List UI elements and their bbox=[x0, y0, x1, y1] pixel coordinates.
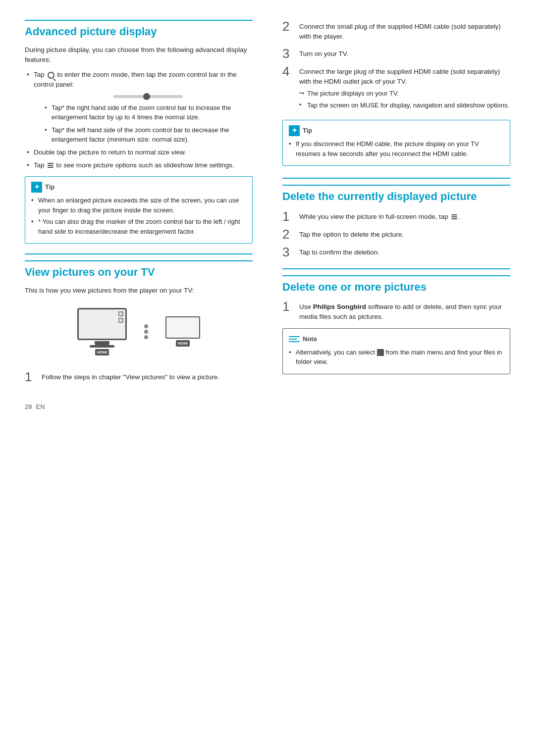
tip-list-tv: If you disconnect the HDMI cable, the pi… bbox=[289, 139, 504, 158]
player-device: HDMI bbox=[165, 316, 200, 347]
step-text-4: Connect the large plug of the supplied H… bbox=[299, 65, 510, 112]
tip-label: Tip bbox=[45, 182, 54, 192]
step-num-2: 2 bbox=[282, 20, 293, 33]
delete-multiple-steps: 1 Use Philips Songbird software to add o… bbox=[282, 300, 510, 322]
note-box-delete-multiple: Note Alternatively, you can select from … bbox=[282, 328, 510, 374]
tip-box-advanced: ✦ Tip When an enlarged picture exceeds t… bbox=[25, 176, 253, 244]
section-divider-2 bbox=[282, 178, 510, 179]
step-text-delm-1: Use Philips Songbird software to add or … bbox=[299, 300, 510, 322]
page-layout: Advanced picture display During picture … bbox=[25, 20, 510, 388]
cable-dot-1 bbox=[144, 324, 148, 328]
step-1-tv: 1 Follow the steps in chapter "View pict… bbox=[25, 370, 253, 383]
note-label: Note bbox=[303, 334, 317, 344]
player-box bbox=[165, 316, 200, 339]
cable-dot-2 bbox=[144, 330, 148, 334]
tip-header-advanced: ✦ Tip bbox=[31, 182, 246, 193]
tip-star-icon-tv: ✦ bbox=[289, 125, 300, 136]
note-header: Note bbox=[289, 334, 504, 345]
list-item-double-tap: Double tap the picture to return to norm… bbox=[25, 148, 253, 157]
section-title-advanced: Advanced picture display bbox=[25, 20, 253, 39]
section-advanced-picture-display: Advanced picture display During picture … bbox=[25, 20, 253, 244]
tv-steps-continued: 2 Connect the small plug of the supplied… bbox=[282, 20, 510, 112]
step4-sub-item-2: Tap the screen on MUSE for display, navi… bbox=[299, 101, 510, 110]
sub-list-zoom: Tap* the right hand side of the zoom con… bbox=[34, 103, 253, 145]
page-number: 28 bbox=[25, 403, 32, 410]
cable-dot-3 bbox=[144, 335, 148, 339]
step-num-del-3: 3 bbox=[282, 246, 293, 258]
zoom-bar-handle bbox=[143, 93, 150, 100]
step-1-delete-multiple: 1 Use Philips Songbird software to add o… bbox=[282, 300, 510, 322]
tip-box-tv: ✦ Tip If you disconnect the HDMI cable, … bbox=[282, 120, 510, 166]
tv-stand bbox=[95, 341, 109, 345]
note-item-1: Alternatively, you can select from the m… bbox=[289, 348, 504, 367]
cable-connectors bbox=[144, 324, 148, 339]
step-text-1: Follow the steps in chapter "View pictur… bbox=[42, 370, 219, 382]
step-text-2: Connect the small plug of the supplied H… bbox=[299, 20, 510, 42]
tip-item-1: When an enlarged picture exceeds the siz… bbox=[31, 196, 246, 215]
step-num-3: 3 bbox=[282, 47, 293, 60]
tv-base bbox=[90, 345, 114, 348]
tip-label-tv: Tip bbox=[303, 126, 312, 136]
step-num-del-1: 1 bbox=[282, 210, 293, 223]
section-title-tv: View pictures on your TV bbox=[25, 260, 253, 280]
page-footer: 28 EN bbox=[25, 403, 510, 410]
hdmi-label-tv: HDMI bbox=[95, 349, 109, 355]
tv-set: □ □ HDMI bbox=[77, 308, 127, 355]
step-num-1: 1 bbox=[25, 370, 36, 383]
step4-sub-item-1: The picture displays on your TV. bbox=[299, 89, 510, 99]
step4-sub-list: The picture displays on your TV. Tap the… bbox=[299, 89, 510, 110]
section-divider-1 bbox=[25, 253, 253, 254]
step-1-delete: 1 While you view the picture in full-scr… bbox=[282, 210, 510, 223]
sub-item-zoom-decrease: Tap* the left hand side of the zoom cont… bbox=[44, 125, 253, 145]
note-line-2 bbox=[289, 339, 297, 340]
step-4-tv: 4 Connect the large plug of the supplied… bbox=[282, 65, 510, 112]
tip-item-tv-1: If you disconnect the HDMI cable, the pi… bbox=[289, 139, 504, 158]
step4-main-text: Connect the large plug of the supplied H… bbox=[299, 68, 500, 85]
note-lines-icon bbox=[289, 334, 300, 345]
language-code: EN bbox=[36, 403, 45, 410]
step-3-tv: 3 Turn on your TV. bbox=[282, 47, 510, 60]
note-line-3 bbox=[289, 341, 300, 342]
note-line-1 bbox=[289, 336, 300, 337]
section-delete-current: Delete the currently displayed picture 1… bbox=[282, 185, 510, 258]
left-column: Advanced picture display During picture … bbox=[25, 20, 258, 388]
section-title-delete-multiple: Delete one or more pictures bbox=[282, 275, 510, 295]
zoom-bar-illustration bbox=[44, 95, 253, 98]
step-text-del-3: Tap to confirm the deletion. bbox=[299, 246, 379, 257]
step-text-del-1: While you view the picture in full-scree… bbox=[299, 210, 460, 222]
step-text-3: Turn on your TV. bbox=[299, 47, 348, 59]
list-item-menu-options: Tap to see more picture options such as … bbox=[25, 160, 253, 170]
zoom-icon bbox=[48, 72, 54, 79]
folder-icon bbox=[377, 349, 384, 356]
tip-list-advanced: When an enlarged picture exceeds the siz… bbox=[31, 196, 246, 236]
hdmi-label-player: HDMI bbox=[176, 340, 190, 347]
note-list: Alternatively, you can select from the m… bbox=[289, 348, 504, 367]
step-2-delete: 2 Tap the option to delete the picture. bbox=[282, 228, 510, 241]
zoom-bar bbox=[113, 95, 183, 98]
sub-item-zoom-increase: Tap* the right hand side of the zoom con… bbox=[44, 103, 253, 122]
step-num-4: 4 bbox=[282, 65, 293, 78]
main-list-advanced: Tap to enter the zoom mode, then tap the… bbox=[25, 70, 253, 170]
step-2-tv: 2 Connect the small plug of the supplied… bbox=[282, 20, 510, 42]
step-num-delm-1: 1 bbox=[282, 300, 293, 313]
list-item-zoom: Tap to enter the zoom mode, then tap the… bbox=[25, 70, 253, 145]
tip-item-2: * You can also drag the marker of the zo… bbox=[31, 217, 246, 236]
intro-text-tv: This is how you view pictures from the p… bbox=[25, 286, 253, 296]
section-title-delete-current: Delete the currently displayed picture bbox=[282, 185, 510, 204]
tv-steps: 1 Follow the steps in chapter "View pict… bbox=[25, 370, 253, 383]
step-num-del-2: 2 bbox=[282, 228, 293, 241]
menu-icon bbox=[48, 163, 54, 168]
step-text-del-2: Tap the option to delete the picture. bbox=[299, 228, 404, 240]
step-3-delete: 3 Tap to confirm the deletion. bbox=[282, 246, 510, 258]
right-column: 2 Connect the small plug of the supplied… bbox=[277, 20, 510, 388]
section-delete-multiple: Delete one or more pictures 1 Use Philip… bbox=[282, 275, 510, 374]
tv-diagram: □ □ HDMI bbox=[25, 303, 253, 360]
tip-star-icon: ✦ bbox=[31, 182, 42, 193]
intro-text-advanced: During picture display, you can choose f… bbox=[25, 45, 253, 65]
tv-screen: □ □ bbox=[77, 308, 127, 340]
philips-songbird-brand: Philips Songbird bbox=[313, 303, 366, 310]
section-divider-3 bbox=[282, 268, 510, 269]
menu-icon-delete bbox=[451, 214, 457, 219]
tip-header-tv: ✦ Tip bbox=[289, 125, 504, 136]
section-view-pictures-tv: View pictures on your TV This is how you… bbox=[25, 260, 253, 383]
